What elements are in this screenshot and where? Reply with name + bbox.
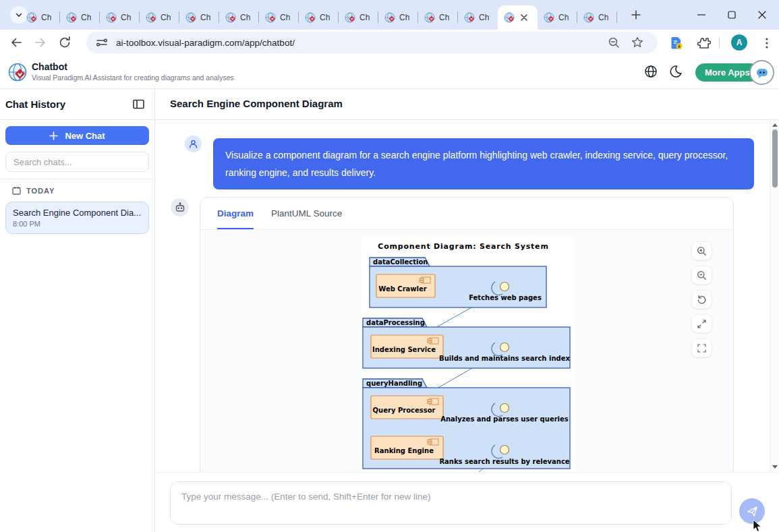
- browser-tab[interactable]: Ch: [577, 5, 617, 30]
- zoom-in-icon[interactable]: [691, 241, 712, 260]
- new-tab-icon[interactable]: [630, 9, 642, 21]
- browser-tab[interactable]: Ch: [179, 5, 219, 30]
- component-diagram: Component Diagram: Search System: [200, 231, 733, 472]
- site-settings-icon[interactable]: [95, 36, 109, 49]
- visual-paradigm-favicon: [265, 12, 276, 23]
- language-globe-icon[interactable]: [644, 65, 658, 78]
- today-section-label: TODAY: [26, 187, 55, 195]
- interface-label: Ranks search results by relevance: [439, 458, 569, 465]
- tab-diagram[interactable]: Diagram: [217, 198, 254, 229]
- scroll-up-arrow[interactable]: [772, 123, 778, 127]
- url-text[interactable]: ai-toolbox.visual-paradigm.com/app/chatb…: [116, 38, 295, 48]
- tab-close-icon[interactable]: [519, 12, 529, 23]
- scroll-down-arrow[interactable]: [772, 465, 778, 469]
- chat-area: Visualize a component diagram for a sear…: [155, 120, 779, 472]
- visual-paradigm-favicon: [424, 12, 435, 23]
- visual-paradigm-favicon: [384, 12, 395, 23]
- component-name: Web Crawler: [378, 285, 427, 293]
- visual-paradigm-favicon: [464, 12, 475, 23]
- browser-toolbar: ai-toolbox.visual-paradigm.com/app/chatb…: [0, 30, 779, 55]
- tab-title: Ch: [41, 13, 51, 22]
- sidebar: Chat History New Chat TODAY Search Engin…: [0, 89, 155, 532]
- tab-title: Ch: [320, 13, 330, 22]
- package-queryHandling: queryHandling Query Processor Analyzes a…: [363, 379, 570, 469]
- search-chats-input[interactable]: [5, 152, 149, 172]
- message-input[interactable]: [171, 482, 731, 524]
- user-avatar-icon: [185, 136, 202, 152]
- chat-history-item[interactable]: Search Engine Component Dia... 8:00 PM: [5, 202, 149, 234]
- browser-tab[interactable]: Ch: [339, 5, 378, 30]
- tab-title: Ch: [240, 13, 250, 22]
- forward-icon[interactable]: [34, 36, 47, 49]
- visual-paradigm-favicon: [26, 12, 37, 23]
- tab-title: Ch: [81, 13, 91, 22]
- zoom-icon[interactable]: [607, 36, 621, 49]
- browser-tab[interactable]: Ch: [259, 5, 299, 30]
- tab-plantuml-source[interactable]: PlantUML Source: [271, 198, 342, 229]
- main-panel: Search Engine Component Diagram Visualiz…: [155, 89, 779, 532]
- chat-scrollbar[interactable]: [770, 120, 779, 472]
- component-name: Ranking Engine: [374, 447, 434, 454]
- package-name: dataProcessing: [366, 319, 425, 326]
- user-message-bubble: Visualize a component diagram for a sear…: [213, 138, 754, 189]
- profile-avatar[interactable]: A: [731, 34, 747, 51]
- visual-paradigm-favicon: [185, 12, 196, 23]
- interface-lollipop: [500, 283, 509, 291]
- app-header: Chatbot Visual Paradigm AI Assistant for…: [0, 55, 779, 89]
- browser-tab[interactable]: Ch: [418, 5, 458, 30]
- package-name: dataCollection: [373, 258, 428, 266]
- browser-window: Ch Ch Ch: [0, 0, 779, 532]
- assistant-avatar-icon[interactable]: [749, 60, 774, 85]
- bot-response-card: Diagram PlantUML Source Component Diagra…: [200, 197, 734, 472]
- interface-label: Analyzes and parses user queries: [440, 415, 569, 423]
- browser-tab[interactable]: Ch: [140, 5, 179, 30]
- tab-title: Ch: [598, 13, 608, 22]
- browser-tab[interactable]: Ch: [538, 5, 577, 30]
- interface-lollipop: [500, 343, 509, 352]
- plus-icon: [49, 131, 58, 140]
- visual-paradigm-favicon: [146, 12, 156, 23]
- new-chat-button[interactable]: New Chat: [5, 126, 149, 145]
- scrollbar-thumb[interactable]: [772, 129, 778, 187]
- toolbar-divider: [719, 37, 720, 48]
- reload-icon[interactable]: [58, 36, 71, 49]
- expand-icon[interactable]: [691, 314, 712, 333]
- mouse-cursor: [753, 520, 763, 532]
- browser-tab[interactable]: Ch: [100, 5, 140, 30]
- tab-title: Ch: [121, 13, 131, 22]
- browser-tab[interactable]: Ch: [60, 5, 100, 30]
- visual-paradigm-favicon: [544, 12, 554, 23]
- url-bar[interactable]: ai-toolbox.visual-paradigm.com/app/chatb…: [86, 32, 658, 53]
- close-icon[interactable]: [758, 11, 766, 19]
- browser-tab[interactable]: Ch: [20, 5, 60, 30]
- menu-kebab-icon[interactable]: [759, 36, 774, 51]
- tab-title: Ch: [479, 13, 489, 22]
- zoom-out-icon[interactable]: [691, 266, 712, 285]
- component-name: Query Processor: [373, 407, 436, 414]
- calendar-icon: [12, 186, 21, 195]
- fullscreen-icon[interactable]: [691, 338, 712, 357]
- diagram-canvas[interactable]: Component Diagram: Search System: [200, 231, 733, 472]
- visual-paradigm-favicon: [504, 12, 515, 23]
- visual-paradigm-favicon: [66, 12, 77, 23]
- back-icon[interactable]: [9, 36, 23, 49]
- save-page-icon[interactable]: [669, 36, 684, 51]
- extensions-icon[interactable]: [696, 36, 711, 51]
- browser-tab[interactable]: Ch: [458, 5, 498, 30]
- browser-tab[interactable]: Ch: [378, 5, 418, 30]
- dark-mode-moon-icon[interactable]: [669, 65, 683, 78]
- browser-tab[interactable]: Ch: [299, 5, 339, 30]
- minimize-icon[interactable]: [697, 11, 705, 19]
- tab-title: Ch: [439, 13, 449, 22]
- sidebar-divider: [0, 179, 154, 179]
- browser-tab-active[interactable]: [498, 5, 538, 30]
- reset-view-icon[interactable]: [691, 290, 712, 309]
- tab-strip: Ch Ch Ch: [0, 0, 779, 30]
- interface-label: Builds and maintains search index: [439, 355, 570, 362]
- page-title: Search Engine Component Diagram: [170, 98, 343, 109]
- maximize-icon[interactable]: [728, 11, 736, 19]
- collapse-panel-icon[interactable]: [132, 98, 145, 111]
- browser-tab[interactable]: Ch: [219, 5, 259, 30]
- bookmark-star-icon[interactable]: [631, 36, 644, 49]
- package-name: queryHandling: [366, 380, 422, 387]
